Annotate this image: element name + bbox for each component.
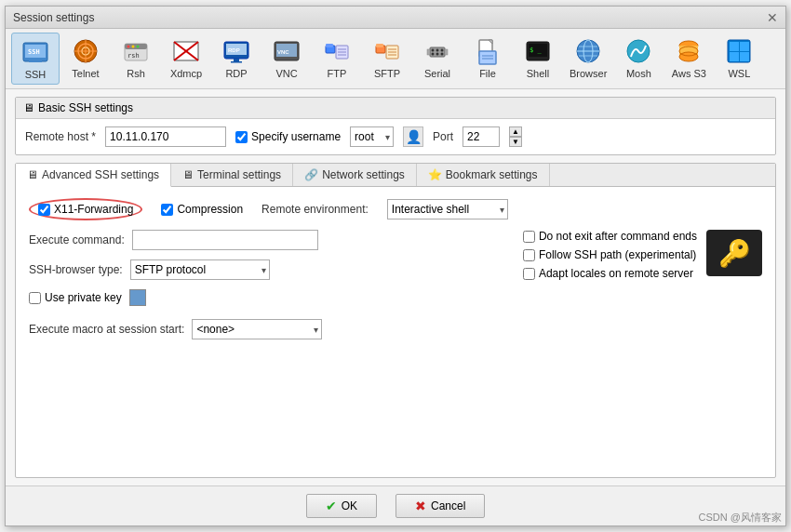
rsh-label: Rsh — [127, 68, 145, 79]
do-not-exit-text: Do not exit after command ends — [539, 230, 697, 243]
x11-forwarding-checkbox[interactable] — [38, 204, 50, 216]
mosh-icon — [623, 36, 653, 66]
username-select[interactable]: root — [350, 126, 394, 147]
use-private-key-row: Use private key — [29, 289, 514, 306]
icon-vnc[interactable]: VNC VNC — [262, 33, 311, 85]
adapt-locales-label[interactable]: Adapt locales on remote server — [523, 267, 697, 280]
svg-rect-34 — [376, 44, 383, 47]
adapt-locales-text: Adapt locales on remote server — [539, 267, 693, 280]
file-label: File — [479, 68, 496, 79]
specify-username-label[interactable]: Specify username — [235, 130, 341, 143]
tab-network[interactable]: 🔗 Network settings — [293, 164, 417, 186]
adapt-locales-checkbox[interactable] — [523, 268, 535, 280]
icon-rsh[interactable]: rsh Rsh — [112, 33, 160, 85]
svg-rect-69 — [730, 52, 739, 61]
svg-text:RDP: RDP — [228, 47, 240, 53]
basic-settings-box: 🖥 Basic SSH settings Remote host * Speci… — [15, 97, 776, 155]
specify-username-checkbox[interactable] — [235, 131, 248, 143]
tab-bookmark[interactable]: ⭐ Bookmark settings — [417, 164, 550, 186]
cancel-icon: ✖ — [415, 499, 426, 513]
basic-settings-header-label: Basic SSH settings — [38, 101, 133, 114]
tab-advanced-icon: 🖥 — [27, 168, 38, 181]
tab-network-label: Network settings — [322, 168, 405, 181]
browser-icon — [573, 36, 603, 66]
port-down-button[interactable]: ▼ — [509, 137, 522, 147]
remote-environment-select[interactable]: Interactive shell Custom command SFTP SC… — [387, 199, 508, 219]
follow-ssh-checkbox[interactable] — [523, 249, 535, 261]
x11-forwarding-wrap: X11-Forwarding — [29, 198, 142, 220]
icon-serial[interactable]: Serial — [413, 33, 462, 85]
svg-rect-22 — [231, 61, 242, 63]
compression-text: Compression — [177, 203, 243, 216]
remote-host-label: Remote host * — [25, 130, 96, 143]
use-private-key-text: Use private key — [45, 291, 122, 304]
basic-settings-header: 🖥 Basic SSH settings — [16, 98, 775, 119]
remote-host-input[interactable] — [105, 126, 226, 147]
execute-macro-row: Execute macro at session start: <none> — [29, 319, 762, 339]
rsh-icon: rsh — [121, 36, 151, 66]
username-select-wrap: root — [350, 126, 394, 147]
icon-xdmcp[interactable]: Xdmcp — [162, 33, 210, 85]
svg-rect-28 — [326, 44, 333, 47]
svg-point-13 — [132, 46, 135, 48]
port-label: Port — [433, 130, 453, 143]
svg-text:rsh: rsh — [127, 52, 140, 60]
icon-awss3[interactable]: Aws S3 — [664, 33, 713, 85]
use-private-key-label[interactable]: Use private key — [29, 291, 122, 304]
execute-macro-label: Execute macro at session start: — [29, 323, 184, 336]
cancel-button[interactable]: ✖ Cancel — [396, 494, 485, 518]
tab-advanced[interactable]: 🖥 Advanced SSH settings — [16, 164, 171, 187]
ok-button[interactable]: ✔ OK — [306, 494, 377, 518]
execute-macro-select[interactable]: <none> — [192, 319, 322, 339]
execute-command-input[interactable] — [132, 230, 318, 250]
compression-label[interactable]: Compression — [161, 203, 243, 216]
icon-ftp[interactable]: FTP — [313, 33, 361, 85]
ssh-browser-select[interactable]: SFTP protocol SCP protocol — [130, 259, 270, 280]
port-up-button[interactable]: ▲ — [509, 126, 522, 137]
do-not-exit-label[interactable]: Do not exit after command ends — [523, 230, 697, 243]
middle-area: Execute command: SSH-browser type: SFTP … — [29, 230, 762, 315]
icon-file[interactable]: File — [463, 33, 512, 85]
shell-icon: $ _ — [523, 36, 553, 66]
x11-forwarding-text: X11-Forwarding — [54, 203, 133, 216]
compression-checkbox[interactable] — [161, 204, 173, 216]
svg-rect-67 — [730, 42, 739, 51]
do-not-exit-checkbox[interactable] — [523, 231, 535, 243]
port-input[interactable] — [463, 126, 500, 147]
avatar-button[interactable]: 👤 — [403, 126, 423, 147]
ok-label: OK — [342, 499, 357, 512]
shell-label: Shell — [527, 68, 549, 79]
svg-rect-68 — [740, 42, 749, 51]
icon-wsl[interactable]: WSL — [715, 33, 763, 85]
telnet-icon — [71, 36, 101, 66]
footer: ✔ OK ✖ Cancel — [6, 485, 785, 525]
icon-shell[interactable]: $ _ Shell — [514, 33, 562, 85]
use-private-key-checkbox[interactable] — [29, 292, 41, 304]
svg-point-45 — [441, 53, 444, 56]
close-button[interactable]: ✕ — [767, 11, 778, 24]
icon-telnet[interactable]: Telnet — [61, 33, 110, 85]
cancel-label: Cancel — [431, 499, 465, 512]
tab-terminal[interactable]: 🖥 Terminal settings — [171, 164, 293, 186]
key-icon: 🔑 — [718, 238, 751, 269]
ssh-browser-select-wrap: SFTP protocol SCP protocol — [130, 259, 270, 280]
basic-settings-header-icon: 🖥 — [23, 101, 34, 114]
ssh-icon: SSH — [20, 37, 50, 67]
advanced-tab-content: X11-Forwarding Compression Remote enviro… — [16, 187, 775, 477]
svg-rect-46 — [427, 49, 430, 55]
key-icon-box: 🔑 — [706, 230, 762, 276]
icon-browser[interactable]: Browser — [564, 33, 612, 85]
execute-macro-select-wrap: <none> — [192, 319, 322, 339]
svg-point-41 — [436, 49, 439, 52]
icon-sftp[interactable]: SFTP — [363, 33, 411, 85]
right-checkboxes-col: Do not exit after command ends Follow SS… — [523, 230, 697, 315]
basic-settings-body: Remote host * Specify username root 👤 Po… — [16, 119, 775, 154]
icon-ssh[interactable]: SSH SSH — [11, 33, 60, 85]
follow-ssh-label[interactable]: Follow SSH path (experimental) — [523, 248, 697, 261]
icon-rdp[interactable]: RDP RDP — [212, 33, 261, 85]
private-key-color-button[interactable] — [129, 289, 146, 306]
icon-mosh[interactable]: Mosh — [614, 33, 663, 85]
wsl-icon — [724, 36, 754, 66]
x11-forwarding-label[interactable]: X11-Forwarding — [38, 203, 133, 216]
ssh-label: SSH — [25, 69, 47, 80]
